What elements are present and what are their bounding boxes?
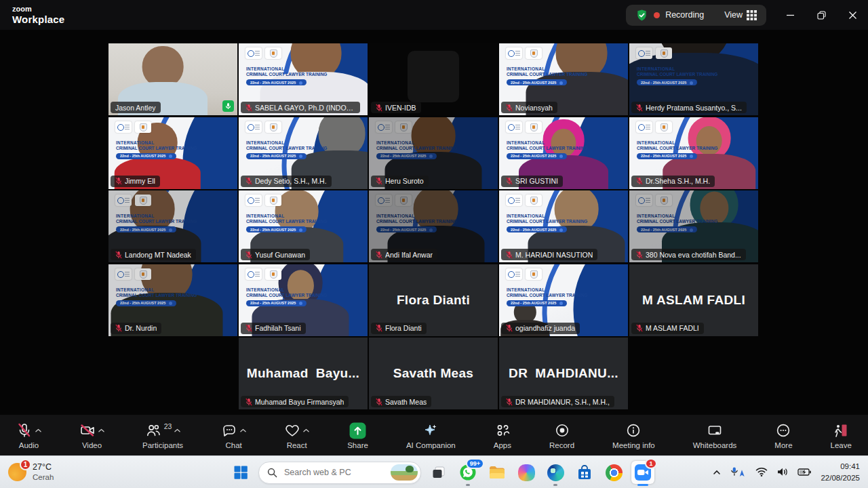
search-highlight-image[interactable] [391, 464, 418, 481]
virtual-bg-date-badge: 22nd - 25th AUGUST 2025 [116, 153, 176, 159]
edge-taskbar-icon[interactable] [544, 461, 567, 484]
video-tile[interactable]: INTERNATIONALCRIMINAL COURT LAWYER TRAIN… [239, 117, 368, 189]
record-button[interactable]: Record [549, 421, 574, 449]
video-tile[interactable]: INTERNATIONALCRIMINAL COURT LAWYER TRAIN… [239, 190, 368, 262]
apps-button[interactable]: Apps [494, 421, 511, 449]
participant-name-label: SRI GUSTINI [501, 176, 563, 187]
participants-button[interactable]: 23Participants [142, 421, 183, 449]
audio-button[interactable]: Audio [16, 421, 41, 449]
video-tile[interactable]: INTERNATIONALCRIMINAL COURT LAWYER TRAIN… [499, 190, 628, 262]
explorer-taskbar-icon[interactable] [486, 461, 509, 484]
virtual-bg-date-badge: 22nd - 25th AUGUST 2025 [246, 153, 307, 159]
chat-button[interactable]: Chat [221, 421, 246, 449]
store-taskbar-icon[interactable] [573, 461, 596, 484]
video-tile[interactable]: Flora DiantiFlora Dianti [369, 264, 498, 336]
tray-clock[interactable]: 09:41 22/08/2025 [821, 461, 860, 483]
chevron-up-icon[interactable] [35, 428, 41, 432]
virtual-bg-date-badge: 22nd - 25th AUGUST 2025 [246, 300, 307, 306]
video-tile[interactable]: INTERNATIONALCRIMINAL COURT LAWYER TRAIN… [629, 117, 758, 189]
video-tile[interactable]: INTERNATIONALCRIMINAL COURT LAWYER TRAIN… [499, 43, 628, 115]
chevron-up-icon[interactable] [98, 428, 104, 432]
audio-label: Audio [19, 441, 39, 449]
event-logo-icon [115, 121, 132, 133]
taskbar-search[interactable] [258, 462, 421, 484]
video-tile[interactable]: Muhamad Bayu...Muhamad Bayu Firmansyah [239, 338, 368, 409]
video-tile[interactable]: INTERNATIONALCRIMINAL COURT LAWYER TRAIN… [629, 43, 758, 115]
info-button[interactable]: Meeting info [612, 421, 655, 449]
participants-label: Participants [142, 441, 183, 449]
leave-button[interactable]: Leave [831, 421, 852, 449]
tray-chevron-up-icon[interactable] [712, 468, 722, 477]
virtual-bg-date-badge: 22nd - 25th AUGUST 2025 [507, 300, 567, 306]
ai-button[interactable]: AI Companion [406, 421, 456, 449]
video-tile[interactable]: DR MAHDIANU...DR MAHDIANUR, S.H., M.H., [499, 338, 628, 409]
muted-mic-icon [376, 251, 382, 259]
weather-widget[interactable]: 1 27°C Cerah [8, 462, 54, 483]
apps-icon [494, 422, 511, 439]
video-tile[interactable]: IVEN-IDB [369, 43, 498, 115]
video-tile[interactable]: INTERNATIONALCRIMINAL COURT LAWYER TRAIN… [369, 190, 498, 262]
react-button[interactable]: React [284, 421, 309, 449]
minimize-button[interactable] [774, 0, 806, 30]
more-button[interactable]: More [774, 421, 792, 449]
virtual-bg-line1: INTERNATIONAL [246, 140, 285, 145]
share-button[interactable]: Share [347, 421, 368, 449]
virtual-bg-line2: CRIMINAL COURT LAWYER TRAINING [246, 72, 341, 77]
video-tile[interactable]: INTERNATIONALCRIMINAL COURT LAWYER TRAIN… [108, 117, 237, 189]
muted-mic-icon [376, 177, 382, 185]
video-tile[interactable]: INTERNATIONALCRIMINAL COURT LAWYER TRAIN… [108, 264, 237, 336]
tray-mic-location-icon[interactable] [730, 466, 747, 478]
tray-battery-icon[interactable] [797, 468, 812, 476]
virtual-bg-date-badge: 22nd - 25th AUGUST 2025 [507, 226, 567, 232]
chat-label: Chat [225, 441, 241, 449]
event-logo-icon [526, 195, 542, 206]
copilot-taskbar-icon[interactable] [515, 461, 538, 484]
zoom-taskbar-icon[interactable]: 1 [631, 461, 654, 484]
video-icon [79, 422, 96, 439]
restore-button[interactable] [806, 0, 837, 30]
notification-badge: 1 [20, 459, 31, 470]
virtual-bg-date-badge: 22nd - 25th AUGUST 2025 [246, 79, 307, 85]
virtual-bg-line2: CRIMINAL COURT LAWYER TRAINING [507, 146, 601, 150]
video-button[interactable]: Video [79, 421, 104, 449]
video-tile[interactable]: INTERNATIONALCRIMINAL COURT LAWYER TRAIN… [239, 264, 368, 336]
video-tile[interactable]: INTERNATIONALCRIMINAL COURT LAWYER TRAIN… [239, 43, 368, 115]
tray-speaker-icon[interactable] [776, 467, 789, 477]
virtual-bg-line2: CRIMINAL COURT LAWYER TRAINING [637, 146, 732, 150]
chevron-up-icon[interactable] [174, 428, 180, 432]
video-tile[interactable]: INTERNATIONALCRIMINAL COURT LAWYER TRAIN… [629, 190, 758, 262]
close-button[interactable] [837, 0, 868, 30]
recording-status-pill[interactable]: Recording View [626, 5, 766, 26]
virtual-bg-date-badge: 22nd - 25th AUGUST 2025 [637, 153, 697, 159]
participant-name-label: Jimmy Ell [111, 176, 160, 187]
video-tile[interactable]: INTERNATIONALCRIMINAL COURT LAWYER TRAIN… [499, 117, 628, 189]
event-logo-icon [656, 121, 672, 133]
chevron-up-icon[interactable] [240, 428, 246, 432]
chevron-up-icon[interactable] [303, 428, 309, 432]
virtual-bg-date-badge: 22nd - 25th AUGUST 2025 [507, 153, 567, 159]
view-button[interactable]: View [724, 10, 757, 20]
search-input[interactable] [283, 467, 385, 478]
participant-name-label: Muhamad Bayu Firmansyah [241, 396, 349, 407]
info-icon [625, 422, 642, 439]
recording-dot-icon [654, 12, 660, 18]
video-tile[interactable]: Jason Antley [108, 43, 237, 115]
whiteboard-button[interactable]: Whiteboards [693, 421, 737, 449]
tray-wifi-icon[interactable] [755, 467, 768, 477]
chrome-taskbar-icon[interactable] [602, 461, 625, 484]
video-tile[interactable]: INTERNATIONALCRIMINAL COURT LAWYER TRAIN… [369, 117, 498, 189]
video-tile[interactable]: INTERNATIONALCRIMINAL COURT LAWYER TRAIN… [499, 264, 628, 336]
virtual-bg-line2: CRIMINAL COURT LAWYER TRAINING [246, 293, 341, 298]
video-tile[interactable]: INTERNATIONALCRIMINAL COURT LAWYER TRAIN… [108, 190, 237, 262]
video-tile[interactable]: Savath MeasSavath Meas [369, 338, 498, 409]
window-titlebar: zoom Workplace Recording View [0, 0, 868, 30]
start-button[interactable] [229, 461, 252, 484]
logo-text-workplace: Workplace [12, 14, 64, 24]
whatsapp-taskbar-icon[interactable]: 99+ [456, 461, 479, 484]
participant-name-label: Noviansyah [501, 102, 557, 113]
windows-taskbar: 1 27°C Cerah 99+1 [0, 455, 868, 488]
task-view-taskbar-icon[interactable] [427, 461, 450, 484]
video-tile[interactable]: M ASLAM FADLIM ASLAM FADLI [629, 264, 758, 336]
muted-mic-icon [115, 324, 122, 332]
leave-icon [833, 422, 849, 439]
